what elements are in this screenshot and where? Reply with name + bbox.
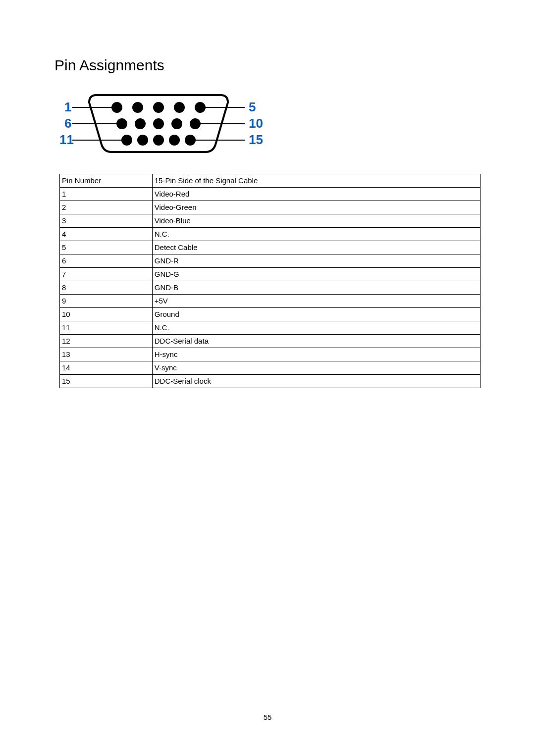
cell-signal: Detect Cable [152,241,480,254]
cell-pin: 1 [60,188,153,201]
cell-signal: Video-Red [152,188,480,201]
svg-point-3 [174,102,185,113]
cell-pin: 3 [60,214,153,228]
svg-point-13 [169,135,180,146]
svg-text:15: 15 [249,132,263,147]
cell-signal: H-sync [152,348,480,361]
cell-pin: 9 [60,295,153,308]
svg-point-8 [171,118,182,129]
cell-pin: 14 [60,361,153,375]
page-number: 55 [0,713,535,721]
table-row: 15DDC-Serial clock [60,375,481,388]
cell-signal: DDC-Serial clock [152,375,480,388]
cell-signal: +5V [152,295,480,308]
svg-text:5: 5 [249,100,256,114]
cell-pin: 12 [60,335,153,348]
table-row: 4N.C. [60,228,481,241]
header-pin-number: Pin Number [60,174,153,188]
cell-pin: 5 [60,241,153,254]
cell-signal: Ground [152,308,480,321]
table-row: 14V-sync [60,361,481,375]
table-row: 7GND-G [60,268,481,281]
cell-signal: GND-B [152,281,480,295]
cell-pin: 2 [60,201,153,214]
svg-point-11 [137,135,148,146]
page: Pin Assignments [0,0,535,756]
cell-signal: Video-Green [152,201,480,214]
cell-pin: 6 [60,254,153,268]
cell-signal: GND-R [152,254,480,268]
cell-signal: V-sync [152,361,480,375]
cell-pin: 8 [60,281,153,295]
svg-text:6: 6 [64,116,71,131]
table-row: 1Video-Red [60,188,481,201]
cell-signal: N.C. [152,321,480,335]
cell-pin: 11 [60,321,153,335]
svg-point-2 [153,102,164,113]
table-row: 11N.C. [60,321,481,335]
svg-point-12 [153,135,164,146]
table-header-row: Pin Number 15-Pin Side of the Signal Cab… [60,174,481,188]
cell-signal: Video-Blue [152,214,480,228]
svg-point-7 [153,118,164,129]
table-row: 2Video-Green [60,201,481,214]
section-heading: Pin Assignments [54,57,481,74]
table-row: 5Detect Cable [60,241,481,254]
header-signal: 15-Pin Side of the Signal Cable [152,174,480,188]
cell-pin: 15 [60,375,153,388]
connector-diagram: 1 6 11 5 10 15 [54,83,481,164]
table-row: 8GND-B [60,281,481,295]
table-row: 12DDC-Serial data [60,335,481,348]
pin-assignment-table: Pin Number 15-Pin Side of the Signal Cab… [59,174,481,388]
svg-point-1 [132,102,143,113]
vga-connector-svg: 1 6 11 5 10 15 [54,83,263,162]
table-row: 10Ground [60,308,481,321]
pin-table-body: Pin Number 15-Pin Side of the Signal Cab… [60,174,481,388]
table-row: 9+5V [60,295,481,308]
cell-signal: N.C. [152,228,480,241]
table-row: 3Video-Blue [60,214,481,228]
svg-point-6 [135,118,146,129]
table-row: 13H-sync [60,348,481,361]
cell-pin: 4 [60,228,153,241]
svg-text:11: 11 [59,132,74,147]
svg-text:1: 1 [64,100,71,114]
table-row: 6GND-R [60,254,481,268]
cell-pin: 13 [60,348,153,361]
cell-signal: GND-G [152,268,480,281]
cell-signal: DDC-Serial data [152,335,480,348]
svg-text:10: 10 [249,116,263,131]
cell-pin: 10 [60,308,153,321]
cell-pin: 7 [60,268,153,281]
